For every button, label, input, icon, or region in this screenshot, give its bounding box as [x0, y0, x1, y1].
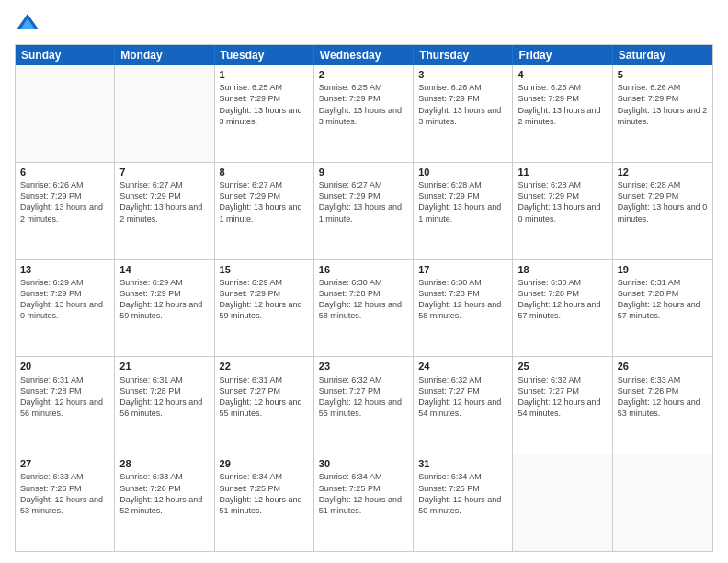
day-number: 9: [319, 166, 408, 178]
day-number: 23: [319, 360, 408, 373]
day-info: Sunrise: 6:34 AM Sunset: 7:25 PM Dayligh…: [418, 471, 507, 516]
calendar-cell: 25Sunrise: 6:32 AM Sunset: 7:27 PM Dayli…: [513, 357, 612, 454]
day-info: Sunrise: 6:33 AM Sunset: 7:26 PM Dayligh…: [618, 374, 708, 419]
day-number: 19: [618, 263, 708, 276]
calendar-cell: [513, 454, 612, 551]
day-number: 6: [20, 166, 109, 178]
calendar-week-1: 1Sunrise: 6:25 AM Sunset: 7:29 PM Daylig…: [16, 65, 712, 162]
calendar-cell: 3Sunrise: 6:26 AM Sunset: 7:29 PM Daylig…: [414, 65, 513, 162]
day-number: 17: [418, 263, 507, 276]
day-info: Sunrise: 6:28 AM Sunset: 7:29 PM Dayligh…: [618, 179, 708, 224]
calendar-cell: 23Sunrise: 6:32 AM Sunset: 7:27 PM Dayli…: [314, 357, 414, 454]
day-number: 30: [319, 457, 408, 470]
logo: [15, 11, 44, 37]
logo-icon: [15, 11, 40, 37]
day-info: Sunrise: 6:26 AM Sunset: 7:29 PM Dayligh…: [418, 82, 507, 127]
calendar-week-5: 27Sunrise: 6:33 AM Sunset: 7:26 PM Dayli…: [16, 454, 712, 551]
day-number: 20: [20, 360, 109, 373]
day-number: 4: [518, 68, 607, 81]
header-cell-wednesday: Wednesday: [314, 45, 414, 65]
calendar-cell: [16, 65, 115, 162]
day-number: 29: [220, 457, 309, 470]
day-info: Sunrise: 6:30 AM Sunset: 7:28 PM Dayligh…: [518, 277, 607, 322]
day-number: 15: [220, 263, 309, 276]
calendar-week-2: 6Sunrise: 6:26 AM Sunset: 7:29 PM Daylig…: [16, 162, 712, 259]
calendar-cell: 24Sunrise: 6:32 AM Sunset: 7:27 PM Dayli…: [414, 357, 513, 454]
day-number: 7: [119, 166, 209, 178]
day-info: Sunrise: 6:34 AM Sunset: 7:25 PM Dayligh…: [319, 471, 408, 516]
calendar-cell: 28Sunrise: 6:33 AM Sunset: 7:26 PM Dayli…: [115, 454, 214, 551]
day-info: Sunrise: 6:31 AM Sunset: 7:27 PM Dayligh…: [220, 374, 309, 419]
day-number: 28: [119, 457, 209, 470]
calendar-cell: 5Sunrise: 6:26 AM Sunset: 7:29 PM Daylig…: [613, 65, 712, 162]
calendar-cell: 10Sunrise: 6:28 AM Sunset: 7:29 PM Dayli…: [414, 163, 513, 259]
day-number: 8: [220, 166, 309, 178]
day-number: 1: [220, 68, 309, 81]
day-info: Sunrise: 6:25 AM Sunset: 7:29 PM Dayligh…: [220, 82, 309, 127]
calendar-cell: 22Sunrise: 6:31 AM Sunset: 7:27 PM Dayli…: [215, 357, 314, 454]
day-number: 18: [518, 263, 607, 276]
day-number: 3: [418, 68, 507, 81]
day-info: Sunrise: 6:32 AM Sunset: 7:27 PM Dayligh…: [319, 374, 408, 419]
day-number: 31: [418, 457, 507, 470]
day-number: 26: [618, 360, 708, 373]
day-number: 10: [418, 166, 507, 178]
day-info: Sunrise: 6:26 AM Sunset: 7:29 PM Dayligh…: [618, 82, 708, 127]
day-info: Sunrise: 6:26 AM Sunset: 7:29 PM Dayligh…: [20, 179, 109, 224]
day-info: Sunrise: 6:30 AM Sunset: 7:28 PM Dayligh…: [319, 277, 408, 322]
calendar-cell: 12Sunrise: 6:28 AM Sunset: 7:29 PM Dayli…: [613, 163, 712, 259]
calendar-cell: 31Sunrise: 6:34 AM Sunset: 7:25 PM Dayli…: [414, 454, 513, 551]
day-info: Sunrise: 6:31 AM Sunset: 7:28 PM Dayligh…: [119, 374, 209, 419]
header-cell-saturday: Saturday: [613, 45, 712, 65]
calendar-week-3: 13Sunrise: 6:29 AM Sunset: 7:29 PM Dayli…: [16, 259, 712, 357]
day-info: Sunrise: 6:27 AM Sunset: 7:29 PM Dayligh…: [119, 179, 209, 224]
day-info: Sunrise: 6:30 AM Sunset: 7:28 PM Dayligh…: [418, 277, 507, 322]
calendar-cell: 15Sunrise: 6:29 AM Sunset: 7:29 PM Dayli…: [215, 260, 314, 357]
day-number: 5: [618, 68, 708, 81]
calendar-cell: 4Sunrise: 6:26 AM Sunset: 7:29 PM Daylig…: [513, 65, 612, 162]
calendar-cell: 2Sunrise: 6:25 AM Sunset: 7:29 PM Daylig…: [314, 65, 414, 162]
calendar-cell: 9Sunrise: 6:27 AM Sunset: 7:29 PM Daylig…: [314, 163, 414, 259]
calendar-cell: 11Sunrise: 6:28 AM Sunset: 7:29 PM Dayli…: [513, 163, 612, 259]
day-info: Sunrise: 6:27 AM Sunset: 7:29 PM Dayligh…: [220, 179, 309, 224]
day-info: Sunrise: 6:26 AM Sunset: 7:29 PM Dayligh…: [518, 82, 607, 127]
calendar-cell: 30Sunrise: 6:34 AM Sunset: 7:25 PM Dayli…: [314, 454, 414, 551]
day-number: 21: [119, 360, 209, 373]
day-number: 14: [119, 263, 209, 276]
day-info: Sunrise: 6:25 AM Sunset: 7:29 PM Dayligh…: [319, 82, 408, 127]
calendar-cell: 13Sunrise: 6:29 AM Sunset: 7:29 PM Dayli…: [16, 260, 115, 357]
header-cell-thursday: Thursday: [414, 45, 513, 65]
day-number: 13: [20, 263, 109, 276]
day-info: Sunrise: 6:29 AM Sunset: 7:29 PM Dayligh…: [119, 277, 209, 322]
header: [15, 11, 713, 37]
header-cell-tuesday: Tuesday: [215, 45, 314, 65]
day-number: 22: [220, 360, 309, 373]
calendar-body: 1Sunrise: 6:25 AM Sunset: 7:29 PM Daylig…: [16, 65, 712, 551]
day-info: Sunrise: 6:33 AM Sunset: 7:26 PM Dayligh…: [20, 471, 109, 516]
calendar-cell: 18Sunrise: 6:30 AM Sunset: 7:28 PM Dayli…: [513, 260, 612, 357]
day-info: Sunrise: 6:29 AM Sunset: 7:29 PM Dayligh…: [220, 277, 309, 322]
day-number: 16: [319, 263, 408, 276]
calendar-cell: 27Sunrise: 6:33 AM Sunset: 7:26 PM Dayli…: [16, 454, 115, 551]
calendar-cell: 29Sunrise: 6:34 AM Sunset: 7:25 PM Dayli…: [215, 454, 314, 551]
calendar-week-4: 20Sunrise: 6:31 AM Sunset: 7:28 PM Dayli…: [16, 356, 712, 454]
header-cell-monday: Monday: [115, 45, 214, 65]
calendar-cell: 17Sunrise: 6:30 AM Sunset: 7:28 PM Dayli…: [414, 260, 513, 357]
day-number: 25: [518, 360, 607, 373]
day-number: 27: [20, 457, 109, 470]
calendar-cell: [115, 65, 214, 162]
day-info: Sunrise: 6:28 AM Sunset: 7:29 PM Dayligh…: [418, 179, 507, 224]
day-info: Sunrise: 6:32 AM Sunset: 7:27 PM Dayligh…: [518, 374, 607, 419]
calendar-cell: [613, 454, 712, 551]
day-info: Sunrise: 6:28 AM Sunset: 7:29 PM Dayligh…: [518, 179, 607, 224]
day-info: Sunrise: 6:31 AM Sunset: 7:28 PM Dayligh…: [618, 277, 708, 322]
calendar-cell: 1Sunrise: 6:25 AM Sunset: 7:29 PM Daylig…: [215, 65, 314, 162]
day-info: Sunrise: 6:27 AM Sunset: 7:29 PM Dayligh…: [319, 179, 408, 224]
header-cell-friday: Friday: [513, 45, 612, 65]
day-info: Sunrise: 6:31 AM Sunset: 7:28 PM Dayligh…: [20, 374, 109, 419]
day-info: Sunrise: 6:33 AM Sunset: 7:26 PM Dayligh…: [119, 471, 209, 516]
calendar-cell: 20Sunrise: 6:31 AM Sunset: 7:28 PM Dayli…: [16, 357, 115, 454]
calendar-cell: 14Sunrise: 6:29 AM Sunset: 7:29 PM Dayli…: [115, 260, 214, 357]
calendar-cell: 19Sunrise: 6:31 AM Sunset: 7:28 PM Dayli…: [613, 260, 712, 357]
calendar-cell: 16Sunrise: 6:30 AM Sunset: 7:28 PM Dayli…: [314, 260, 414, 357]
